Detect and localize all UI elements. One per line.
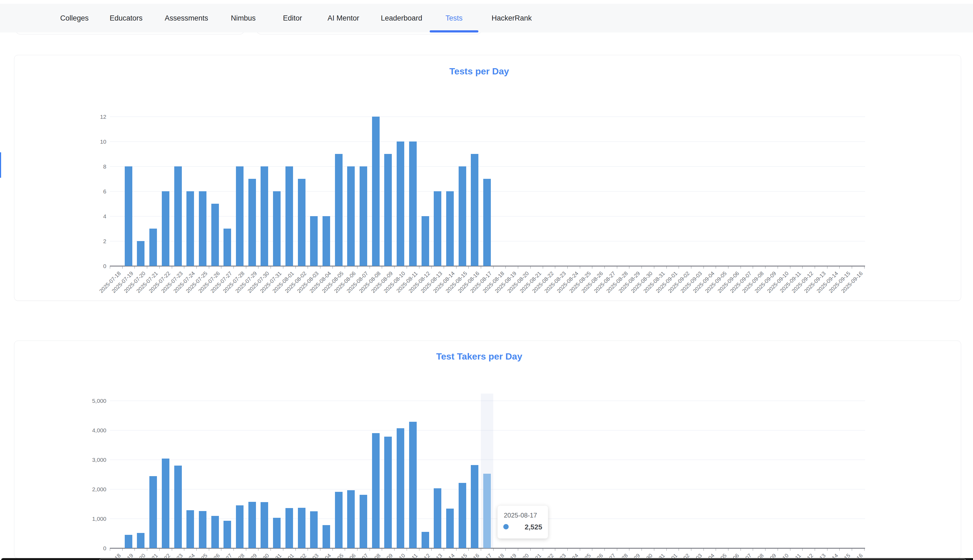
bar[interactable] <box>409 142 417 266</box>
bar[interactable] <box>223 521 231 548</box>
bar[interactable] <box>422 532 429 548</box>
bar[interactable] <box>187 510 194 548</box>
x-axis-tick <box>864 548 865 551</box>
bar[interactable] <box>409 422 417 548</box>
bar[interactable] <box>162 191 169 266</box>
bar[interactable] <box>261 502 268 548</box>
horizontal-scrollbar-thumb[interactable] <box>99 558 966 560</box>
bar[interactable] <box>335 154 343 266</box>
horizontal-scrollbar-track[interactable] <box>1 558 973 560</box>
bar[interactable] <box>174 167 182 266</box>
x-axis-tick <box>184 548 184 551</box>
x-axis-tick <box>468 548 469 551</box>
bar[interactable] <box>223 228 231 266</box>
tab-assessments[interactable]: Assessments <box>165 14 208 22</box>
bar[interactable] <box>199 511 207 548</box>
bar[interactable] <box>422 216 429 266</box>
bar[interactable] <box>236 505 243 548</box>
x-axis-tick <box>233 548 234 551</box>
y-axis-label: 4,000 <box>74 427 106 434</box>
bar[interactable] <box>434 191 442 266</box>
x-axis-tick <box>481 267 481 268</box>
bar[interactable] <box>261 167 268 266</box>
bar[interactable] <box>298 508 305 548</box>
bar[interactable] <box>483 474 491 548</box>
bar[interactable] <box>273 518 281 548</box>
tab-nimbus[interactable]: Nimbus <box>231 14 256 22</box>
bar[interactable] <box>323 216 330 266</box>
bar[interactable] <box>347 490 355 548</box>
x-axis-tick <box>691 548 691 551</box>
x-axis-tick <box>852 548 852 551</box>
bar[interactable] <box>434 488 442 548</box>
bar[interactable] <box>446 508 454 548</box>
tab-ai-mentor[interactable]: AI Mentor <box>327 14 359 22</box>
bar[interactable] <box>397 142 404 266</box>
tab-colleges[interactable]: Colleges <box>60 14 88 22</box>
bar[interactable] <box>459 483 466 548</box>
bar[interactable] <box>125 535 132 548</box>
bar[interactable] <box>384 437 392 548</box>
tab-leaderboard[interactable]: Leaderboard <box>381 14 422 22</box>
tab-tests[interactable]: Tests <box>445 14 462 22</box>
bar[interactable] <box>483 179 491 266</box>
x-axis-tick <box>258 548 258 551</box>
x-axis-tick <box>407 548 407 551</box>
bar[interactable] <box>310 511 318 548</box>
x-axis-tick <box>221 548 222 551</box>
y-axis-label: 2,000 <box>74 486 106 493</box>
x-axis-tick <box>753 548 753 551</box>
bar[interactable] <box>187 191 194 266</box>
bar[interactable] <box>360 167 367 266</box>
bar[interactable] <box>137 241 145 266</box>
y-axis-label: 2 <box>74 238 106 245</box>
bar[interactable] <box>446 191 454 266</box>
bar[interactable] <box>149 476 157 548</box>
bar[interactable] <box>149 228 157 266</box>
bar[interactable] <box>211 516 219 548</box>
bar[interactable] <box>273 191 281 266</box>
bar[interactable] <box>125 167 132 266</box>
left-scrollbar-sliver[interactable] <box>0 152 1 178</box>
y-axis-label: 3,000 <box>74 457 106 463</box>
x-axis-tick <box>864 267 865 268</box>
bar[interactable] <box>471 154 478 266</box>
chart-tooltip: 2025-08-17 2,525 <box>497 505 548 538</box>
bar[interactable] <box>323 525 330 548</box>
bar[interactable] <box>397 428 404 548</box>
bar[interactable] <box>384 154 392 266</box>
bar[interactable] <box>285 508 293 548</box>
bar[interactable] <box>236 167 243 266</box>
x-axis-tick <box>641 267 642 268</box>
bar[interactable] <box>248 179 256 266</box>
bar[interactable] <box>285 167 293 266</box>
tab-educators[interactable]: Educators <box>110 14 143 22</box>
bar[interactable] <box>347 167 355 266</box>
bar[interactable] <box>459 167 466 266</box>
x-axis-tick <box>530 548 531 551</box>
x-axis-tick <box>444 548 444 551</box>
bar[interactable] <box>162 458 169 548</box>
bar[interactable] <box>199 191 207 266</box>
bar[interactable] <box>310 216 318 266</box>
bar[interactable] <box>372 433 380 548</box>
bar[interactable] <box>471 465 478 548</box>
bar[interactable] <box>248 502 256 548</box>
x-axis-tick <box>295 548 296 551</box>
bar[interactable] <box>211 204 219 266</box>
bar[interactable] <box>298 179 305 266</box>
grid-line <box>110 117 865 117</box>
x-axis-tick <box>209 267 209 268</box>
bar[interactable] <box>372 117 380 266</box>
x-axis-tick <box>716 267 716 268</box>
x-axis-tick <box>778 548 778 551</box>
tab-editor[interactable]: Editor <box>283 14 302 22</box>
bar[interactable] <box>137 533 145 548</box>
x-axis-tick <box>370 267 370 268</box>
bar[interactable] <box>174 466 182 548</box>
bar[interactable] <box>335 492 343 548</box>
tab-hackerrank[interactable]: HackerRank <box>491 14 532 22</box>
bar[interactable] <box>360 495 367 548</box>
x-axis-tick <box>407 267 407 268</box>
x-axis-tick <box>320 267 320 268</box>
